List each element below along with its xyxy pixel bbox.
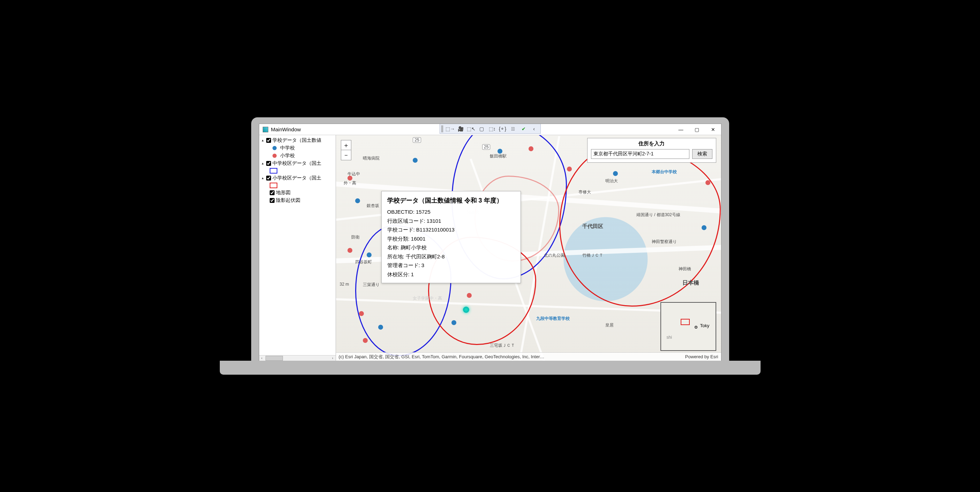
layer-leaf-terrain[interactable]: 地形図: [260, 189, 335, 196]
legend-label: 小学校: [280, 153, 295, 159]
popup-row: 休校区分: 1: [387, 270, 515, 279]
window-body: ▲ 学校データ（国土数値 中学校 小学校 ▲: [259, 135, 721, 361]
layer-label: 小学校区データ（国土: [272, 175, 321, 181]
laptop-frame: MainWindow ⬚→ 🎥 ⬚↖ ▢ ⬚↕ {⚬} ◯⃰ ✔ ‹ — ▢ ✕: [251, 117, 729, 361]
window-controls: — ▢ ✕: [673, 124, 721, 135]
scroll-left-icon[interactable]: ‹: [259, 355, 265, 361]
expand-toggle-icon[interactable]: ▲: [261, 176, 265, 180]
blue-outline-swatch-icon: [270, 168, 277, 174]
maximize-button[interactable]: ▢: [689, 124, 705, 135]
school-point-elementary[interactable]: [528, 146, 533, 151]
popup-row: 管理者コード: 3: [387, 261, 515, 270]
search-row: 検索: [591, 149, 713, 159]
address-search-panel: 住所を入力 検索: [587, 138, 716, 163]
overview-city-marker-icon: [695, 326, 697, 329]
tool-select-element-icon[interactable]: ⬚↖: [466, 125, 476, 133]
titlebar: MainWindow ⬚→ 🎥 ⬚↖ ▢ ⬚↕ {⚬} ◯⃰ ✔ ‹ — ▢ ✕: [259, 124, 721, 135]
legend-item-elementary-school: 小学校: [260, 152, 335, 160]
school-point-elementary[interactable]: [347, 248, 352, 253]
expand-toggle-icon[interactable]: ▲: [261, 139, 265, 142]
popup-row: 所在地: 千代田区麹町2-8: [387, 252, 515, 261]
tool-go-to-live-icon[interactable]: ⬚→: [445, 125, 455, 133]
attribution-text: (c) Esri Japan, 国交省, 国交省, GSI, Esri, Tom…: [339, 354, 545, 360]
sidebar-scrollbar[interactable]: ‹ ›: [259, 355, 336, 361]
popup-title: 学校データ（国土数値情報 令和 3 年度）: [387, 196, 515, 204]
school-point-elementary[interactable]: [347, 176, 352, 181]
blue-dot-icon: [272, 146, 277, 150]
tool-collapse-icon[interactable]: ‹: [529, 125, 539, 133]
overview-shi-label: shi: [667, 335, 672, 340]
layer-leaf-hillshade[interactable]: 陰影起伏図: [260, 196, 335, 204]
layer-panel: ▲ 学校データ（国土数値 中学校 小学校 ▲: [259, 135, 336, 361]
school-point-elementary[interactable]: [359, 311, 364, 316]
minimize-button[interactable]: —: [673, 124, 689, 135]
layer-checkbox-hillshade[interactable]: [270, 198, 275, 203]
popup-row: 行政区域コード: 13101: [387, 217, 515, 225]
zoom-in-button[interactable]: ＋: [341, 141, 351, 150]
scroll-right-icon[interactable]: ›: [330, 355, 336, 361]
school-point-middle[interactable]: [452, 320, 457, 325]
scroll-thumb[interactable]: [266, 356, 283, 361]
overview-extent-rect-icon: [681, 319, 690, 325]
legend-label: 中学校: [280, 145, 295, 151]
toolbar-grip-icon[interactable]: [441, 125, 444, 133]
close-button[interactable]: ✕: [705, 124, 721, 135]
tool-ok-check-icon[interactable]: ✔: [519, 125, 528, 133]
school-point-middle[interactable]: [413, 158, 418, 163]
overview-map[interactable]: Toky shi: [660, 302, 716, 351]
tool-binding-icon[interactable]: {⚬}: [498, 125, 508, 133]
feature-popup: 学校データ（国土数値情報 令和 3 年度） OBJECTID: 15725 行政…: [381, 191, 521, 283]
tool-layout-icon[interactable]: ▢: [477, 125, 487, 133]
address-input[interactable]: [591, 149, 689, 159]
app-window: MainWindow ⬚→ 🎥 ⬚↖ ▢ ⬚↕ {⚬} ◯⃰ ✔ ‹ — ▢ ✕: [259, 124, 721, 361]
expand-toggle-icon[interactable]: ▲: [261, 162, 265, 165]
red-outline-swatch-icon: [270, 183, 277, 188]
school-point-middle[interactable]: [498, 149, 503, 153]
layer-tree: ▲ 学校データ（国土数値 中学校 小学校 ▲: [259, 135, 336, 355]
school-point-middle[interactable]: [355, 198, 360, 203]
layer-label: 中学校区データ（国土: [272, 160, 321, 166]
layer-checkbox-terrain[interactable]: [270, 190, 275, 195]
school-point-middle[interactable]: [367, 252, 372, 257]
layer-label: 陰影起伏図: [276, 197, 301, 204]
school-point-elementary[interactable]: [467, 293, 472, 298]
legend-item-middle-school: 中学校: [260, 144, 335, 152]
popup-row: 学校分類: 16001: [387, 234, 515, 243]
layer-group-middle-district[interactable]: ▲ 中学校区データ（国土: [260, 160, 335, 167]
debug-toolbar: ⬚→ 🎥 ⬚↖ ▢ ⬚↕ {⚬} ◯⃰ ✔ ‹: [439, 124, 541, 134]
layer-checkbox-elementary-district[interactable]: [266, 176, 271, 181]
map-attribution-bar: (c) Esri Japan, 国交省, 国交省, GSI, Esri, Tom…: [336, 352, 721, 361]
search-button[interactable]: 検索: [692, 149, 713, 159]
powered-by-label: Powered by Esri: [685, 354, 718, 359]
map-view[interactable]: 晴海病院 牛込中 銀杏坂 防衛 四谷坂町 三栄通り 32 m 専修大 明治大 千…: [336, 135, 721, 361]
zoom-out-button[interactable]: －: [341, 150, 351, 160]
popup-row: 学校コード: B113210100013: [387, 225, 515, 234]
laptop-base: [220, 361, 760, 375]
layer-label: 地形図: [276, 190, 291, 196]
red-dot-icon: [272, 153, 277, 158]
school-point-middle[interactable]: [378, 325, 383, 330]
search-caption: 住所を入力: [591, 141, 713, 147]
tool-accessibility-icon[interactable]: ◯⃰: [508, 125, 518, 133]
selected-school-pin[interactable]: [463, 307, 469, 313]
tool-record-icon[interactable]: 🎥: [456, 125, 466, 133]
layer-checkbox-schools[interactable]: [266, 138, 271, 143]
layer-checkbox-middle-district[interactable]: [266, 161, 271, 166]
layer-label: 学校データ（国土数値: [272, 137, 321, 144]
popup-row: 名称: 麹町小学校: [387, 243, 515, 252]
tool-track-focus-icon[interactable]: ⬚↕: [487, 125, 497, 133]
legend-swatch-elementary-district: [260, 182, 335, 189]
zoom-control: ＋ －: [341, 140, 351, 160]
window-title: MainWindow: [271, 126, 301, 133]
layer-group-schools[interactable]: ▲ 学校データ（国土数値: [260, 137, 335, 144]
overview-city-label: Toky: [700, 323, 710, 328]
app-icon: [263, 127, 268, 133]
popup-row: OBJECTID: 15725: [387, 208, 515, 217]
layer-group-elementary-district[interactable]: ▲ 小学校区データ（国土: [260, 174, 335, 182]
legend-swatch-middle-district: [260, 167, 335, 174]
